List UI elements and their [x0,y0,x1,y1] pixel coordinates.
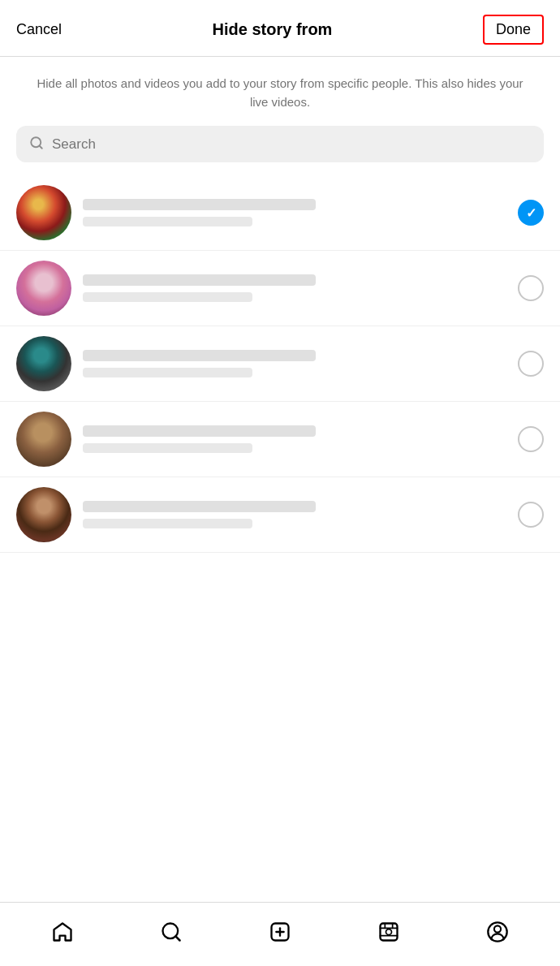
search-icon [29,136,44,153]
svg-line-1 [39,145,41,148]
user-list [0,175,560,902]
avatar [16,487,71,542]
user-info [83,199,506,226]
username [83,199,316,210]
fullname [83,368,252,377]
svg-rect-7 [381,924,398,941]
nav-reels[interactable] [371,914,407,950]
username [83,350,316,361]
nav-home[interactable] [45,914,80,950]
avatar [16,412,71,467]
user-info [83,425,506,453]
search-nav-icon [160,921,183,943]
header: Cancel Hide story from Done [0,0,560,57]
username [83,274,316,286]
profile-icon [486,921,509,943]
cancel-button[interactable]: Cancel [16,21,62,38]
list-item[interactable] [0,251,560,326]
list-item[interactable] [0,477,560,553]
done-button[interactable]: Done [483,15,544,45]
fullname [83,217,252,226]
list-item[interactable] [0,175,560,251]
list-item[interactable] [0,402,560,477]
search-bar[interactable] [16,126,544,162]
bottom-nav [0,902,560,966]
nav-create[interactable] [262,914,298,950]
fullname [83,443,252,453]
user-info [83,501,506,528]
avatar [16,185,71,240]
svg-line-3 [175,936,179,940]
reels-icon [377,921,400,943]
user-info [83,350,506,377]
svg-point-14 [494,925,501,932]
fullname [83,292,252,302]
description-text: Hide all photos and videos you add to yo… [0,57,560,126]
user-checkbox[interactable] [518,200,544,226]
create-icon [269,921,291,943]
home-icon [51,921,74,943]
user-checkbox[interactable] [518,426,544,452]
user-checkbox[interactable] [518,351,544,377]
avatar [16,336,71,391]
user-info [83,274,506,302]
nav-profile[interactable] [480,914,515,950]
fullname [83,519,252,528]
username [83,425,316,437]
search-container [0,126,560,175]
list-item[interactable] [0,326,560,402]
nav-search[interactable] [153,914,189,950]
svg-point-8 [386,929,392,935]
user-checkbox[interactable] [518,275,544,301]
username [83,501,316,512]
search-input[interactable] [52,136,531,153]
page-title: Hide story from [213,20,333,39]
avatar [16,261,71,316]
user-checkbox[interactable] [518,502,544,528]
